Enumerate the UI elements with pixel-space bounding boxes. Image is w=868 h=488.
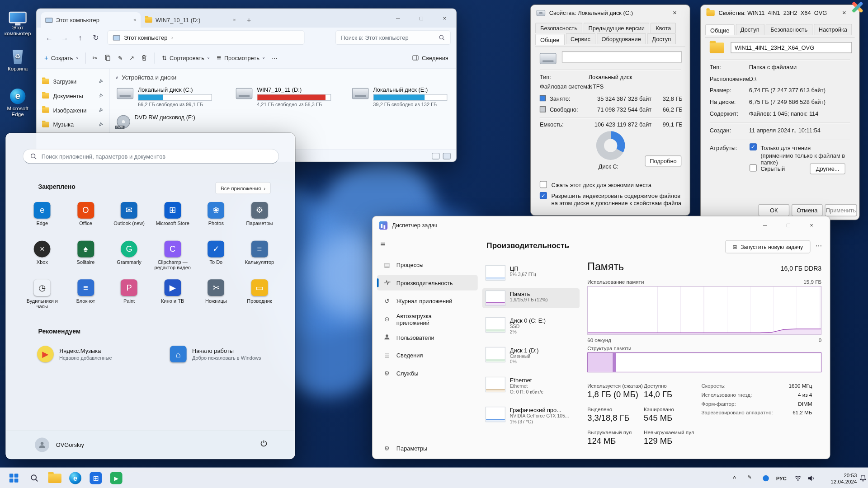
user-avatar[interactable] [35, 437, 49, 452]
refresh-button[interactable]: ↻ [89, 33, 103, 42]
details-button[interactable]: Подробно [645, 155, 682, 166]
app-solitaire[interactable]: ♠Solitaire [64, 239, 107, 274]
user-name[interactable]: OVGorskiy [56, 441, 84, 448]
share-button[interactable]: ↗ [129, 55, 134, 61]
view-button[interactable]: ≣ Просмотреть ∨ [217, 55, 265, 61]
recommended-yandex-music[interactable]: ▶ Яндекс.Музыка Недавно добавленные [33, 342, 161, 367]
apply-button[interactable]: Применить [825, 204, 857, 216]
more-button[interactable]: ··· [272, 55, 278, 61]
perf-item-cpu[interactable]: ЦП5% 3,67 ГГц [482, 263, 580, 283]
close-button[interactable]: × [665, 9, 684, 17]
close-button[interactable]: × [433, 9, 456, 28]
start-search-input[interactable]: Поиск приложений, параметров и документо… [23, 149, 279, 164]
taskbar-edge-button[interactable]: e [66, 469, 85, 488]
more-options-button[interactable]: ⋯ [816, 242, 822, 249]
app-calculator[interactable]: =Калькулятор [238, 239, 281, 274]
taskbar-clock[interactable]: 20:53 12.04.2024 [825, 472, 857, 485]
explorer-tab-d-drive[interactable]: WIN7_10_11 (D:) × [141, 12, 240, 28]
index-checkbox[interactable]: ✓ [540, 192, 547, 199]
drive-c[interactable]: Локальный диск (C:) 66,2 ГБ свободно из … [117, 86, 230, 108]
tab-tools[interactable]: Сервис [566, 33, 595, 44]
large-icons-view-button[interactable] [443, 152, 451, 159]
compress-checkbox[interactable] [540, 181, 547, 188]
app-clipchamp[interactable]: CClipchamp — редактор видео [151, 239, 194, 274]
app-snipping-tool[interactable]: ✂Ножницы [194, 277, 238, 312]
tray-overflow-button[interactable]: ^ [733, 475, 736, 481]
nav-settings[interactable]: ⚙Параметры [377, 441, 478, 456]
notifications-bell-icon[interactable] [859, 474, 867, 484]
minimize-button[interactable]: ─ [754, 216, 777, 234]
tab-hardware[interactable]: Оборудование [596, 33, 646, 44]
app-outlook[interactable]: ✉Outlook (new) [108, 200, 151, 235]
sidebar-item-documents[interactable]: Документы [37, 89, 109, 103]
perf-item-gpu[interactable]: Графический про...NVIDIA GeForce GTX 105… [482, 404, 580, 427]
sidebar-item-pictures[interactable]: Изображени [37, 103, 109, 117]
new-button[interactable]: + Создать ∨ [44, 54, 79, 61]
up-button[interactable]: ↑ [73, 33, 88, 42]
tab-quota[interactable]: Квота [651, 23, 676, 33]
new-tab-button[interactable]: + [240, 12, 258, 28]
perf-item-disk1[interactable]: Диск 1 (D:)Сменный0% [482, 345, 580, 367]
maximize-button[interactable]: □ [777, 216, 800, 234]
menu-toggle-button[interactable]: ≡ [380, 239, 385, 249]
tab-previous-versions[interactable]: Предыдущие версии [584, 23, 650, 33]
app-clock[interactable]: ◷Будильники и часы [20, 277, 64, 312]
taskbar-media-app-button[interactable]: ▶ [107, 469, 126, 488]
perf-item-disk0[interactable]: Диск 0 (C: E:)SSD2% [482, 315, 580, 337]
start-button[interactable] [5, 469, 24, 488]
desktop-icon-edge[interactable]: e Microsoft Edge [1, 87, 34, 117]
app-xbox[interactable]: ×Xbox [20, 239, 64, 274]
perf-item-memory[interactable]: Память1,9/15,9 ГБ (12%) [482, 288, 580, 308]
address-bar[interactable]: Этот компьютер › [108, 30, 305, 45]
nav-details[interactable]: ≣Сведения [377, 347, 478, 363]
cut-button[interactable]: ✂ [93, 55, 98, 61]
language-indicator[interactable]: РУС [776, 475, 787, 481]
volume-icon[interactable] [807, 474, 815, 484]
tab-general[interactable]: Общие [535, 34, 564, 45]
app-movies-tv[interactable]: ▶Кино и ТВ [151, 277, 194, 312]
tab-sharing[interactable]: Доступ [647, 33, 676, 44]
tab-close-icon[interactable]: × [233, 17, 236, 23]
hidden-checkbox[interactable] [750, 164, 757, 172]
app-todo[interactable]: ✓To Do [194, 239, 238, 274]
search-input[interactable]: Поиск в: Этот компьютер [335, 30, 451, 45]
app-store[interactable]: ⊞Microsoft Store [151, 200, 194, 235]
rename-button[interactable]: ✎ [118, 55, 123, 61]
details-view-button[interactable] [432, 152, 439, 159]
maximize-button[interactable]: □ [410, 9, 433, 28]
nav-app-history[interactable]: ↺Журнал приложений [377, 293, 478, 309]
app-grammarly[interactable]: GGrammarly [108, 239, 151, 274]
app-office[interactable]: OOffice [64, 200, 107, 235]
forward-button[interactable]: → [57, 33, 72, 42]
app-photos[interactable]: ❀Photos [194, 200, 238, 235]
folder-name-input[interactable]: WIN11_4IN1_23H2_X64_OVG [731, 42, 852, 53]
close-button[interactable]: × [800, 216, 823, 234]
details-pane-button[interactable]: Сведения [412, 54, 448, 61]
desktop-icon-recycle-bin[interactable]: ♻ Корзина [1, 47, 34, 72]
nav-users[interactable]: Пользователи [377, 330, 478, 345]
tab-security[interactable]: Безопасность [535, 23, 582, 33]
sort-button[interactable]: ⇅ Сортировать ∨ [162, 55, 210, 61]
copy-button[interactable] [104, 54, 111, 61]
delete-button[interactable] [141, 54, 148, 61]
app-notepad[interactable]: ≡Блокнот [64, 277, 107, 312]
network-icon[interactable] [794, 474, 802, 484]
tab-general[interactable]: Общие [705, 24, 734, 35]
app-file-explorer[interactable]: ▭Проводник [238, 277, 281, 312]
app-edge[interactable]: eEdge [20, 200, 64, 235]
recommended-get-started[interactable]: ⌂ Начало работы Добро пожаловать в Windo… [165, 342, 294, 367]
section-devices-and-drives[interactable]: ∨ Устройства и диски [115, 74, 177, 81]
drive-d[interactable]: WIN7_10_11 (D:) 4,21 ГБ свободно из 56,3… [236, 86, 349, 108]
app-settings[interactable]: ⚙Параметры [238, 200, 281, 235]
other-attributes-button[interactable]: Другие... [810, 163, 845, 174]
nav-services[interactable]: ⚙Службы [377, 366, 478, 381]
taskbar-store-button[interactable]: ⊞ [86, 469, 105, 488]
tab-customize[interactable]: Настройка [814, 24, 852, 35]
cancel-button[interactable]: Отмена [792, 204, 823, 216]
power-button[interactable] [259, 439, 268, 450]
minimize-button[interactable]: ─ [387, 9, 410, 28]
tab-sharing[interactable]: Доступ [736, 24, 764, 35]
all-apps-button[interactable]: Все приложения › [215, 182, 270, 194]
drive-f-dvd[interactable]: DVD DVD RW дисковод (F:) [117, 114, 230, 128]
tab-security[interactable]: Безопасность [765, 24, 812, 35]
